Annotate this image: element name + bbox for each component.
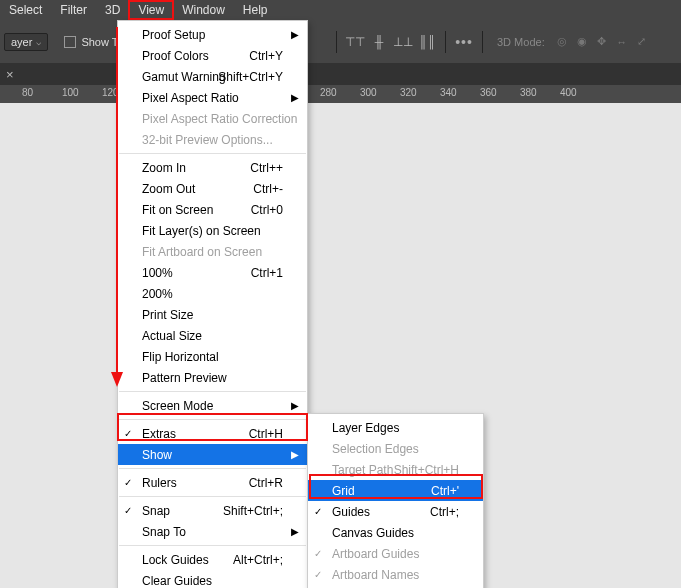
menu-3d[interactable]: 3D — [96, 1, 129, 19]
menu-shortcut: Ctrl+; — [430, 505, 459, 519]
menu-item: ✓Artboard Names — [308, 564, 483, 585]
menu-separator — [119, 153, 306, 154]
more-icon[interactable]: ••• — [452, 30, 476, 54]
menu-help[interactable]: Help — [234, 1, 277, 19]
slide-icon[interactable]: ↔ — [613, 33, 631, 51]
menu-item[interactable]: ✓RulersCtrl+R — [118, 472, 307, 493]
check-icon: ✓ — [124, 505, 132, 516]
menu-item-label: Target Path — [332, 463, 393, 477]
menu-item[interactable]: ✓SnapShift+Ctrl+; — [118, 500, 307, 521]
check-icon: ✓ — [314, 506, 322, 517]
menu-separator — [119, 468, 306, 469]
menu-item-label: Pattern Preview — [142, 371, 227, 385]
menu-shortcut: Alt+Ctrl+; — [233, 553, 283, 567]
menu-item-label: Snap — [142, 504, 170, 518]
menu-separator — [119, 391, 306, 392]
menu-item-label: Artboard Guides — [332, 547, 419, 561]
menu-item[interactable]: Snap To▶ — [118, 521, 307, 542]
close-tab-icon[interactable]: × — [6, 67, 14, 82]
menu-item-label: Selection Edges — [332, 442, 419, 456]
roll-icon[interactable]: ◉ — [573, 33, 591, 51]
menu-item-label: Zoom In — [142, 161, 186, 175]
checkbox-icon — [64, 36, 76, 48]
menu-item-label: Zoom Out — [142, 182, 195, 196]
menu-item[interactable]: Show▶ — [118, 444, 307, 465]
mode-3d-label: 3D Mode: — [497, 36, 545, 48]
options-bar: ayer ⌵ Show Tra ⊤⊤ ╫ ⊥⊥ ║║ ••• 3D Mode: … — [0, 20, 681, 63]
layer-dropdown[interactable]: ayer ⌵ — [4, 33, 48, 51]
menu-item-label: Clear Guides — [142, 574, 212, 588]
menu-item[interactable]: Flip Horizontal — [118, 346, 307, 367]
menu-view[interactable]: View — [129, 1, 173, 19]
distribute-icon[interactable]: ║║ — [415, 30, 439, 54]
menu-item[interactable]: Proof ColorsCtrl+Y — [118, 45, 307, 66]
layer-label: ayer — [11, 36, 32, 48]
menu-filter[interactable]: Filter — [51, 1, 96, 19]
menu-item: Selection Edges — [308, 438, 483, 459]
menu-item[interactable]: Screen Mode▶ — [118, 395, 307, 416]
menu-item[interactable]: Canvas Guides — [308, 522, 483, 543]
ruler-tick: 360 — [480, 87, 497, 98]
menu-item[interactable]: Actual Size — [118, 325, 307, 346]
menu-item[interactable]: Zoom OutCtrl+- — [118, 178, 307, 199]
view-dropdown: Proof Setup▶Proof ColorsCtrl+YGamut Warn… — [117, 20, 308, 588]
menu-item-label: Fit on Screen — [142, 203, 213, 217]
align-middle-icon[interactable]: ╫ — [367, 30, 391, 54]
ruler-tick: 80 — [22, 87, 33, 98]
menu-item[interactable]: 100%Ctrl+1 — [118, 262, 307, 283]
menu-item-label: Extras — [142, 427, 176, 441]
ruler-tick: 320 — [400, 87, 417, 98]
menu-shortcut: Ctrl+H — [249, 427, 283, 441]
submenu-arrow-icon: ▶ — [291, 92, 299, 103]
menu-select[interactable]: Select — [0, 1, 51, 19]
menu-item: 32-bit Preview Options... — [118, 129, 307, 150]
ruler-tick: 400 — [560, 87, 577, 98]
pan-icon[interactable]: ✥ — [593, 33, 611, 51]
menu-item[interactable]: ✓ExtrasCtrl+H — [118, 423, 307, 444]
menu-separator — [119, 496, 306, 497]
ruler-horizontal: 8010012014032024026028030032034036038040… — [0, 85, 681, 104]
chevron-down-icon: ⌵ — [36, 37, 41, 47]
menu-shortcut: Shift+Ctrl+; — [223, 504, 283, 518]
menu-item-label: Grid — [332, 484, 355, 498]
menu-window[interactable]: Window — [173, 1, 234, 19]
menu-item[interactable]: Pixel Aspect Ratio▶ — [118, 87, 307, 108]
menu-shortcut: Shift+Ctrl+Y — [218, 70, 283, 84]
menu-item[interactable]: ✓GuidesCtrl+; — [308, 501, 483, 522]
menu-item-label: Gamut Warning — [142, 70, 226, 84]
menu-item[interactable]: Layer Edges — [308, 417, 483, 438]
show-submenu: Layer EdgesSelection EdgesTarget PathShi… — [307, 413, 484, 588]
menu-item-label: Layer Edges — [332, 421, 399, 435]
menu-item[interactable]: GridCtrl+' — [308, 480, 483, 501]
menu-item[interactable]: Proof Setup▶ — [118, 24, 307, 45]
menu-separator — [119, 545, 306, 546]
menu-item[interactable]: Fit Layer(s) on Screen — [118, 220, 307, 241]
mode-3d-icons: ◎ ◉ ✥ ↔ ⤢ — [553, 33, 651, 51]
ruler-tick: 100 — [62, 87, 79, 98]
menu-item[interactable]: 200% — [118, 283, 307, 304]
menu-item-label: Actual Size — [142, 329, 202, 343]
menu-item: Target PathShift+Ctrl+H — [308, 459, 483, 480]
menu-item[interactable]: Fit on ScreenCtrl+0 — [118, 199, 307, 220]
menu-item[interactable]: Print Size — [118, 304, 307, 325]
menu-item-label: Print Size — [142, 308, 193, 322]
menu-item-label: Proof Setup — [142, 28, 205, 42]
menu-item-label: Rulers — [142, 476, 177, 490]
menu-item[interactable]: Zoom InCtrl++ — [118, 157, 307, 178]
check-icon: ✓ — [314, 569, 322, 580]
align-top-icon[interactable]: ⊤⊤ — [343, 30, 367, 54]
orbit-icon[interactable]: ◎ — [553, 33, 571, 51]
menu-item-label: Flip Horizontal — [142, 350, 219, 364]
menu-item[interactable]: Lock GuidesAlt+Ctrl+; — [118, 549, 307, 570]
align-bottom-icon[interactable]: ⊥⊥ — [391, 30, 415, 54]
scale-icon[interactable]: ⤢ — [633, 33, 651, 51]
menu-item[interactable]: Clear Guides — [118, 570, 307, 588]
menu-item-label: Guides — [332, 505, 370, 519]
menu-item[interactable]: Pattern Preview — [118, 367, 307, 388]
submenu-arrow-icon: ▶ — [291, 400, 299, 411]
menu-item-label: Lock Guides — [142, 553, 209, 567]
menu-item[interactable]: Gamut WarningShift+Ctrl+Y — [118, 66, 307, 87]
menubar: Select Filter 3D View Window Help — [0, 0, 681, 20]
submenu-arrow-icon: ▶ — [291, 29, 299, 40]
menu-shortcut: Ctrl+0 — [251, 203, 283, 217]
